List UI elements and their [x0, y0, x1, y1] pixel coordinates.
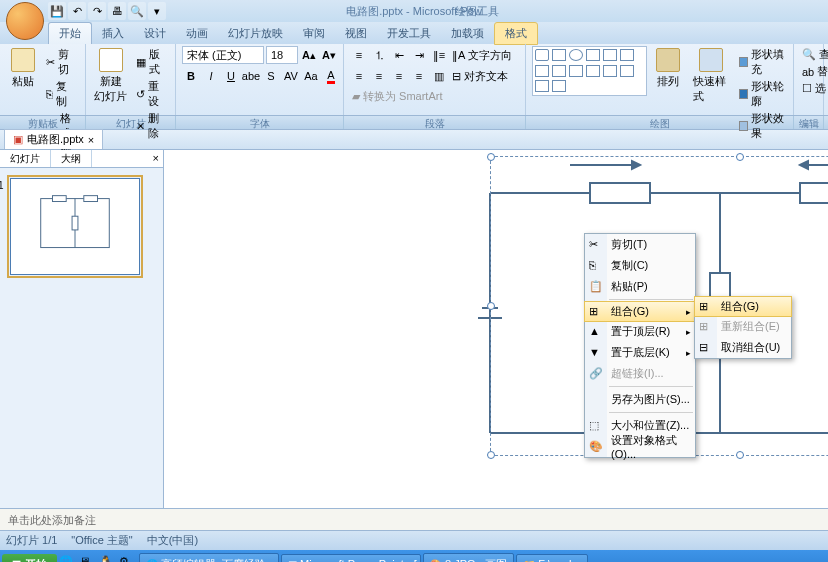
replace-button[interactable]: ab替 — [800, 63, 828, 80]
paste-label: 粘贴 — [12, 74, 34, 89]
quick-styles-button[interactable]: 快速样式 — [689, 46, 733, 106]
tab-design[interactable]: 设计 — [134, 23, 176, 44]
columns[interactable]: ▥ — [430, 67, 448, 85]
bullets[interactable]: ≡ — [350, 46, 368, 64]
tab-developer[interactable]: 开发工具 — [377, 23, 441, 44]
cm-hyperlink: 🔗超链接(I)... — [585, 363, 695, 384]
char-spacing[interactable]: AV — [282, 67, 300, 85]
smartart-convert: ▰ 转换为 SmartArt — [350, 88, 444, 105]
tab-insert[interactable]: 插入 — [92, 23, 134, 44]
justify[interactable]: ≡ — [410, 67, 428, 85]
cm-save-as-pic[interactable]: 另存为图片(S)... — [585, 389, 695, 410]
tab-slideshow[interactable]: 幻灯片放映 — [218, 23, 293, 44]
ql-desktop[interactable]: 🖥 — [79, 555, 97, 562]
notes-pane[interactable]: 单击此处添加备注 — [0, 508, 828, 530]
sm-regroup: ⊞重新组合(E) — [695, 316, 791, 337]
tab-home[interactable]: 开始 — [48, 22, 92, 44]
font-name-combo[interactable]: 宋体 (正文) — [182, 46, 264, 64]
reset-button[interactable]: ↺ 重设 — [134, 78, 169, 110]
shape-gallery[interactable] — [532, 46, 647, 96]
find-button[interactable]: 🔍查 — [800, 46, 828, 63]
doc-tab[interactable]: ▣电路图.pptx× — [4, 129, 103, 149]
task-browser[interactable]: 🌐 高颀编辑器_百度经验... — [139, 553, 279, 563]
tab-animation[interactable]: 动画 — [176, 23, 218, 44]
qat-print[interactable]: 🖶 — [108, 2, 126, 20]
tab-addins[interactable]: 加载项 — [441, 23, 494, 44]
text-direction[interactable]: ‖A 文字方向 — [450, 47, 514, 64]
copy-button[interactable]: ⎘ 复制 — [44, 78, 79, 110]
slide-panel: 幻灯片 大纲 × 1 — [0, 150, 164, 508]
ribbon: 粘贴 ✂ 剪切 ⎘ 复制 🖌 格式刷 新建 幻灯片 ▦ 版式 ↺ 重设 ✕ 删除… — [0, 44, 828, 116]
panel-tab-slides[interactable]: 幻灯片 — [0, 150, 51, 167]
close-tab-icon[interactable]: × — [88, 134, 94, 146]
ql-app2[interactable]: ⚙ — [119, 555, 137, 562]
sm-ungroup[interactable]: ⊟取消组合(U) — [695, 337, 791, 358]
change-case[interactable]: Aa — [302, 67, 320, 85]
tab-view[interactable]: 视图 — [335, 23, 377, 44]
align-center[interactable]: ≡ — [370, 67, 388, 85]
paste-button[interactable]: 粘贴 — [6, 46, 40, 91]
panel-tab-outline[interactable]: 大纲 — [51, 150, 92, 167]
task-powerpoint[interactable]: ▣ Microsoft PowerPoint - [... — [281, 554, 421, 562]
cm-bring-front[interactable]: ▲置于顶层(R)▸ — [585, 321, 695, 342]
task-paint[interactable]: 🎨 8.JPG - 画图 — [423, 553, 514, 563]
ribbon-group-labels: 剪贴板 幻灯片 字体 段落 绘图 编辑 — [0, 116, 828, 130]
cut-button[interactable]: ✂ 剪切 — [44, 46, 79, 78]
layout-button[interactable]: ▦ 版式 — [134, 46, 169, 78]
qat-save[interactable]: 💾 — [48, 2, 66, 20]
title-bar: 💾 ↶ ↷ 🖶 🔍 ▾ 电路图.pptx - Microsoft Pow 绘图工… — [0, 0, 828, 22]
shape-fill[interactable]: 形状填充 — [737, 46, 787, 78]
align-text[interactable]: ⊟ 对齐文本 — [450, 68, 510, 85]
arrange-button[interactable]: 排列 — [651, 46, 685, 91]
windows-icon: ⊞ — [12, 558, 21, 563]
grow-font[interactable]: A▴ — [300, 46, 318, 64]
cm-send-back[interactable]: ▼置于底层(K)▸ — [585, 342, 695, 363]
qat-redo[interactable]: ↷ — [88, 2, 106, 20]
tab-review[interactable]: 审阅 — [293, 23, 335, 44]
shadow-button[interactable]: S — [262, 67, 280, 85]
qat-more[interactable]: ▾ — [148, 2, 166, 20]
panel-close-icon[interactable]: × — [149, 150, 163, 167]
numbering[interactable]: ⒈ — [370, 46, 388, 64]
ql-ie[interactable]: 🌐 — [59, 555, 77, 562]
ql-app1[interactable]: 🐧 — [99, 555, 117, 562]
thumb-number: 1 — [0, 180, 4, 191]
office-button[interactable] — [6, 2, 44, 40]
cm-group[interactable]: ⊞组合(G)▸ — [584, 301, 696, 322]
select-button[interactable]: ☐选 — [800, 80, 828, 97]
shrink-font[interactable]: A▾ — [320, 46, 338, 64]
cm-paste[interactable]: 📋粘贴(P) — [585, 276, 695, 297]
cm-format-object[interactable]: 🎨设置对象格式(O)... — [585, 436, 695, 457]
contextual-tab-label: 绘图工具 — [455, 4, 499, 19]
task-explorer[interactable]: 📁 F:\souhu — [516, 554, 588, 562]
context-menu: ✂剪切(T) ⎘复制(C) 📋粘贴(P) ⊞组合(G)▸ ▲置于顶层(R)▸ ▼… — [584, 233, 696, 458]
cm-copy[interactable]: ⎘复制(C) — [585, 255, 695, 276]
start-button[interactable]: ⊞开始 — [2, 554, 57, 563]
slide-thumbnail[interactable] — [10, 178, 140, 275]
status-lang: 中文(中国) — [147, 533, 198, 548]
shape-outline[interactable]: 形状轮廓 — [737, 78, 787, 110]
taskbar: ⊞开始 🌐 🖥 🐧 ⚙ 🌐 高颀编辑器_百度经验... ▣ Microsoft … — [0, 550, 828, 562]
align-right[interactable]: ≡ — [390, 67, 408, 85]
italic-button[interactable]: I — [202, 67, 220, 85]
bold-button[interactable]: B — [182, 67, 200, 85]
ribbon-tabs: 开始 插入 设计 动画 幻灯片放映 审阅 视图 开发工具 加载项 格式 — [0, 22, 828, 44]
font-size-combo[interactable]: 18 — [266, 46, 298, 64]
sm-group[interactable]: ⊞组合(G) — [694, 296, 792, 317]
qat-preview[interactable]: 🔍 — [128, 2, 146, 20]
tab-format[interactable]: 格式 — [494, 22, 538, 45]
font-color[interactable]: A — [322, 67, 340, 85]
status-slide: 幻灯片 1/1 — [6, 533, 57, 548]
strike-button[interactable]: abe — [242, 67, 260, 85]
qat-undo[interactable]: ↶ — [68, 2, 86, 20]
decrease-indent[interactable]: ⇤ — [390, 46, 408, 64]
align-left[interactable]: ≡ — [350, 67, 368, 85]
line-spacing[interactable]: ‖≡ — [430, 46, 448, 64]
group-submenu: ⊞组合(G) ⊞重新组合(E) ⊟取消组合(U) — [694, 296, 792, 359]
cm-cut[interactable]: ✂剪切(T) — [585, 234, 695, 255]
new-slide-label: 新建 幻灯片 — [94, 74, 127, 104]
underline-button[interactable]: U — [222, 67, 240, 85]
new-slide-button[interactable]: 新建 幻灯片 — [92, 46, 130, 106]
svg-rect-3 — [84, 196, 98, 202]
increase-indent[interactable]: ⇥ — [410, 46, 428, 64]
